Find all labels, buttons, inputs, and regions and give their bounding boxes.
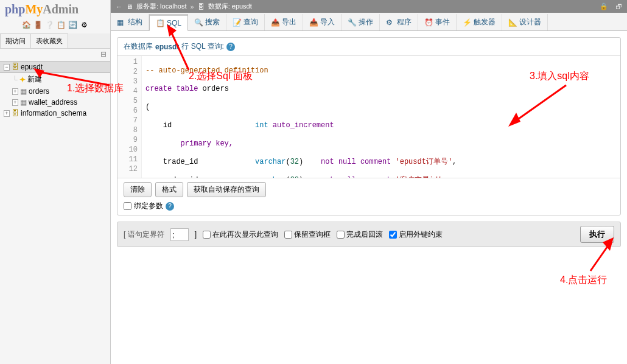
panel-head: 在数据库 epusdt 行 SQL 查询: ? (117, 38, 620, 56)
plus-icon[interactable]: + (12, 88, 18, 95)
tab-routines[interactable]: ⚙程序 (380, 14, 418, 30)
line-icon: └ (12, 75, 18, 84)
tree-new[interactable]: └ ✦ 新建 (9, 73, 110, 86)
db-label: epusdt (21, 63, 43, 71)
delim-close: ] (195, 230, 197, 239)
db-epusdt[interactable]: − 🗄 epusdt (0, 61, 110, 73)
code-area[interactable]: -- auto-generated definition create tabl… (142, 56, 620, 178)
nav-collapse-icon[interactable]: ← (116, 3, 122, 10)
export-icon: 📤 (271, 18, 279, 27)
favorites-tab[interactable]: 表收藏夹 (30, 33, 68, 48)
delim-input[interactable] (170, 228, 189, 241)
autosave-button[interactable]: 获取自动保存的查询 (187, 182, 266, 197)
tab-search[interactable]: 🔍搜索 (188, 14, 226, 30)
sql-icon: 📋 (156, 19, 164, 27)
sidebar: phpMyAdmin 🏠 🚪 ❔ 📋 🔄 ⚙ 期访问 表收藏夹 ⊟ − 🗄 ep… (0, 0, 111, 364)
operations-icon: 🔧 (348, 18, 356, 27)
bc-sep: » (191, 3, 194, 10)
rollback-checkbox[interactable] (337, 231, 345, 239)
table-label: orders (29, 87, 49, 96)
content-area: 在数据库 epusdt 行 SQL 查询: ? 123456789101112 … (111, 31, 627, 364)
help-icon[interactable]: ? (226, 43, 235, 51)
execute-button[interactable]: 执行 (580, 226, 614, 243)
lock-icon[interactable]: 🔒 (600, 2, 608, 10)
line-gutter: 123456789101112 (117, 56, 142, 178)
database-icon: 🗄 (12, 63, 19, 71)
home-icon[interactable]: 🏠 (21, 20, 31, 30)
reload-icon[interactable]: 🔄 (68, 20, 77, 30)
search-icon: 🔍 (194, 18, 203, 27)
tab-designer[interactable]: 📐设计器 (502, 14, 548, 30)
new-icon: ✦ (19, 75, 26, 84)
tab-structure[interactable]: ▦结构 (111, 14, 149, 30)
db-tree: − 🗄 epusdt └ ✦ 新建 + ▦ orders + ▦ w (0, 60, 110, 364)
tab-triggers[interactable]: ⚡触发器 (457, 14, 502, 30)
db-information-schema[interactable]: + 🗄 information_schema (0, 108, 110, 119)
tree-table-orders[interactable]: + ▦ orders (9, 86, 110, 97)
sql-icon[interactable]: 📋 (56, 20, 66, 30)
bc-server[interactable]: 服务器: localhost (136, 2, 187, 11)
tab-operations[interactable]: 🔧操作 (342, 14, 380, 30)
collapse-icon[interactable]: ⊟ (0, 49, 110, 60)
routines-icon: ⚙ (386, 18, 394, 27)
logo: phpMyAdmin (0, 0, 110, 19)
minus-icon: − (4, 64, 10, 71)
plus-icon[interactable]: + (12, 99, 18, 106)
database-icon: 🗄 (12, 109, 19, 117)
logout-icon[interactable]: 🚪 (33, 20, 43, 30)
sql-editor[interactable]: 123456789101112 -- auto-generated defini… (117, 56, 620, 178)
designer-icon: 📐 (508, 18, 517, 27)
sidebar-toolbar: 🏠 🚪 ❔ 📋 🔄 ⚙ (0, 19, 110, 33)
events-icon: ⏰ (424, 18, 433, 27)
query-icon: 📝 (233, 18, 241, 27)
database-icon: 🗄 (198, 3, 205, 10)
sql-panel: 在数据库 epusdt 行 SQL 查询: ? 123456789101112 … (117, 37, 621, 215)
tab-import[interactable]: 📥导入 (303, 14, 342, 30)
format-button[interactable]: 格式 (155, 182, 183, 197)
triggers-icon: ⚡ (463, 18, 471, 27)
keep-box-checkbox[interactable] (284, 231, 292, 239)
breadcrumb: ← 🖥 服务器: localhost » 🗄 数据库: epusdt 🔒 🗗 (111, 0, 627, 13)
tree-table-wallet[interactable]: + ▦ wallet_address (9, 97, 110, 108)
main: ← 🖥 服务器: localhost » 🗄 数据库: epusdt 🔒 🗗 ▦… (111, 0, 627, 364)
table-icon: ▦ (20, 98, 27, 107)
import-icon: 📥 (309, 18, 318, 27)
tab-export[interactable]: 📤导出 (265, 14, 303, 30)
bind-params-checkbox[interactable] (124, 202, 131, 210)
tab-sql[interactable]: 📋SQL (149, 14, 188, 31)
settings-icon[interactable]: ⚙ (79, 20, 89, 30)
new-label: 新建 (27, 74, 42, 85)
table-label: wallet_address (29, 98, 77, 107)
structure-icon: ▦ (117, 18, 125, 27)
bc-database[interactable]: 数据库: epusdt (208, 2, 252, 11)
db-label: information_schema (21, 109, 86, 117)
tab-query[interactable]: 📝查询 (226, 14, 265, 30)
page-link-icon[interactable]: 🗗 (615, 3, 622, 10)
panel-dbname: epusdt (155, 43, 179, 51)
exec-bar: [ 语句定界符 ] 在此再次显示此查询 保留查询框 完成后回滚 启用外键约束 执… (117, 222, 621, 247)
table-icon: ▦ (20, 87, 27, 96)
tab-events[interactable]: ⏰事件 (418, 14, 457, 30)
sidebar-tabs: 期访问 表收藏夹 (0, 33, 110, 49)
help-icon[interactable]: ? (166, 202, 174, 211)
bind-params-label: 绑定参数 (134, 201, 163, 211)
clear-button[interactable]: 清除 (124, 182, 152, 197)
fk-checkbox[interactable] (389, 231, 397, 239)
main-tabs: ▦结构 📋SQL 🔍搜索 📝查询 📤导出 📥导入 🔧操作 ⚙程序 ⏰事件 ⚡触发… (111, 13, 627, 31)
plus-icon[interactable]: + (4, 110, 10, 117)
show-again-checkbox[interactable] (203, 231, 211, 239)
server-icon: 🖥 (126, 3, 133, 10)
docs-icon[interactable]: ❔ (44, 20, 54, 30)
panel-footer: 清除 格式 获取自动保存的查询 绑定参数 ? (117, 178, 620, 215)
delim-label: [ 语句定界符 (124, 229, 164, 240)
recent-tab[interactable]: 期访问 (0, 33, 30, 48)
